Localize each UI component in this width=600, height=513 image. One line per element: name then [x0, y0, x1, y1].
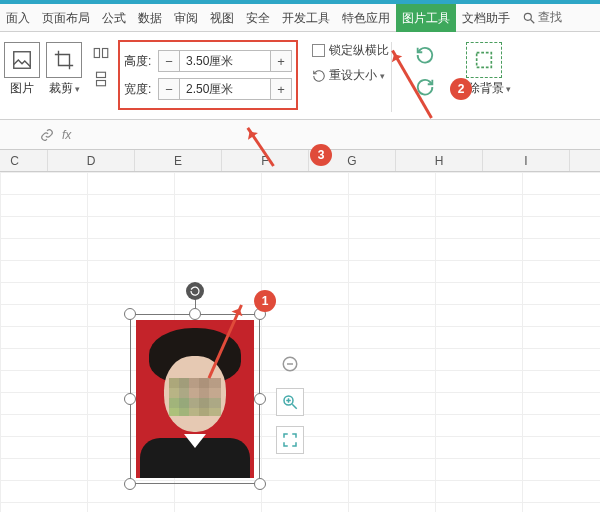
svg-rect-6: [97, 81, 106, 86]
svg-rect-5: [97, 72, 106, 77]
svg-rect-4: [103, 49, 108, 58]
fx-label[interactable]: fx: [62, 128, 71, 142]
height-increase-button[interactable]: +: [270, 50, 292, 72]
minus-circle-icon: [281, 355, 299, 373]
flip-horizontal-icon[interactable]: [88, 42, 114, 64]
resize-handle-tm[interactable]: [189, 308, 201, 320]
rotate-icon: [189, 285, 201, 297]
crop-icon: [46, 42, 82, 78]
menu-item-formula[interactable]: 公式: [96, 4, 132, 32]
menu-item-review[interactable]: 审阅: [168, 4, 204, 32]
col-head-h[interactable]: H: [396, 150, 483, 171]
resize-handle-rm[interactable]: [254, 393, 266, 405]
lock-aspect-checkbox[interactable]: 锁定纵横比: [312, 42, 389, 59]
menu-item-devtools[interactable]: 开发工具: [276, 4, 336, 32]
svg-line-11: [292, 404, 297, 409]
search-box[interactable]: 查找: [522, 9, 562, 26]
spreadsheet-grid[interactable]: [0, 172, 600, 512]
picture-icon: [4, 42, 40, 78]
menu-item-insert[interactable]: 面入: [0, 4, 36, 32]
float-collapse-button[interactable]: [276, 350, 304, 378]
menu-item-doc-assistant[interactable]: 文档助手: [456, 4, 516, 32]
column-header-row: C D E F G H I: [0, 150, 600, 172]
ribbon-group-picture[interactable]: 图片: [4, 38, 40, 97]
menu-item-view[interactable]: 视图: [204, 4, 240, 32]
link-icon[interactable]: [40, 128, 54, 142]
svg-point-0: [524, 13, 531, 20]
dropdown-caret-icon: ▾: [380, 71, 385, 81]
checkbox-icon: [312, 44, 325, 57]
size-panel: 高度: − + 宽度: − +: [118, 40, 298, 110]
width-increase-button[interactable]: +: [270, 78, 292, 100]
col-head-c[interactable]: C: [0, 150, 48, 171]
col-head-i[interactable]: I: [483, 150, 570, 171]
float-fullscreen-button[interactable]: [276, 426, 304, 454]
search-icon: [522, 11, 536, 25]
resize-handle-tl[interactable]: [124, 308, 136, 320]
height-input[interactable]: [180, 50, 270, 72]
resize-handle-br[interactable]: [254, 478, 266, 490]
ribbon-mini-icons: [88, 42, 114, 90]
menu-item-security[interactable]: 安全: [240, 4, 276, 32]
col-head-d[interactable]: D: [48, 150, 135, 171]
rotation-dials: [408, 42, 442, 100]
reset-size-button[interactable]: 重设大小 ▾: [312, 67, 389, 84]
search-label: 查找: [538, 9, 562, 26]
lock-aspect-label: 锁定纵横比: [329, 42, 389, 59]
float-zoom-button[interactable]: [276, 388, 304, 416]
ribbon: 图片 裁剪▾ 高度: − + 宽度: − + 锁定纵横比: [0, 32, 600, 120]
dropdown-caret-icon: ▾: [75, 84, 80, 94]
selected-picture[interactable]: [130, 314, 260, 484]
picture-float-toolbar: [276, 350, 304, 454]
menu-item-data[interactable]: 数据: [132, 4, 168, 32]
width-row: 宽度: − +: [124, 76, 292, 102]
rotate-handle[interactable]: [186, 282, 204, 300]
reset-size-label: 重设大小: [329, 67, 377, 84]
zoom-in-icon: [281, 393, 299, 411]
col-head-e[interactable]: E: [135, 150, 222, 171]
crop-label: 裁剪▾: [49, 80, 80, 97]
remove-bg-icon: [466, 42, 502, 78]
svg-rect-7: [476, 53, 491, 68]
flip-vertical-icon[interactable]: [88, 68, 114, 90]
width-label: 宽度:: [124, 81, 158, 98]
annotation-badge-1: 1: [254, 290, 276, 312]
width-decrease-button[interactable]: −: [158, 78, 180, 100]
annotation-badge-3: 3: [310, 144, 332, 166]
menu-item-page-layout[interactable]: 页面布局: [36, 4, 96, 32]
rotate-left-button[interactable]: [408, 42, 442, 68]
height-row: 高度: − +: [124, 48, 292, 74]
photo-image: [136, 320, 254, 478]
reset-icon: [312, 69, 326, 83]
formula-bar: fx: [0, 120, 600, 150]
menu-item-special[interactable]: 特色应用: [336, 4, 396, 32]
resize-handle-bl[interactable]: [124, 478, 136, 490]
height-label: 高度:: [124, 53, 158, 70]
resize-handle-lm[interactable]: [124, 393, 136, 405]
fullscreen-icon: [281, 431, 299, 449]
svg-rect-3: [94, 49, 99, 58]
height-decrease-button[interactable]: −: [158, 50, 180, 72]
width-input[interactable]: [180, 78, 270, 100]
svg-line-1: [531, 19, 535, 23]
menubar: 面入 页面布局 公式 数据 审阅 视图 安全 开发工具 特色应用 图片工具 文档…: [0, 4, 600, 32]
svg-rect-2: [14, 52, 31, 69]
size-options: 锁定纵横比 重设大小 ▾: [312, 42, 389, 84]
annotation-badge-2: 2: [450, 78, 472, 100]
ribbon-group-crop[interactable]: 裁剪▾: [46, 38, 82, 97]
picture-label: 图片: [10, 80, 34, 97]
menu-item-picture-tools[interactable]: 图片工具: [396, 4, 456, 32]
